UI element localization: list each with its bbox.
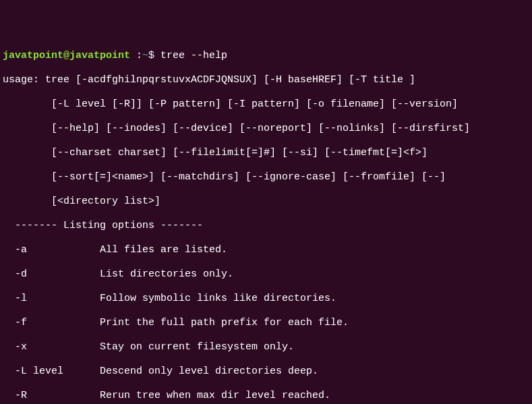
listing-option-f: -f Print the full path prefix for each f…: [3, 317, 529, 329]
prompt-line[interactable]: javatpoint@javatpoint :~$ tree --help: [3, 50, 529, 62]
listing-header: ------- Listing options -------: [3, 220, 529, 232]
prompt-user-host: javatpoint@javatpoint: [3, 50, 130, 61]
usage-line-4: [--sort[=]<name>] [--matchdirs] [--ignor…: [3, 171, 529, 183]
command-text: tree --help: [160, 50, 227, 61]
usage-line-5: [<directory list>]: [3, 196, 529, 208]
prompt-separator: :: [130, 50, 142, 61]
prompt-symbol: $: [148, 50, 160, 61]
usage-line-2: [--help] [--inodes] [--device] [--norepo…: [3, 123, 529, 135]
listing-option-R: -R Rerun tree when max dir level reached…: [3, 390, 529, 402]
usage-line-3: [--charset charset] [--filelimit[=]#] [-…: [3, 147, 529, 159]
usage-line-1: [-L level [-R]] [-P pattern] [-I pattern…: [3, 98, 529, 111]
usage-line-0: usage: tree [-acdfghilnpqrstuvxACDFJQNSU…: [3, 74, 529, 86]
listing-option-l: -l Follow symbolic links like directorie…: [3, 293, 529, 305]
listing-option-x: -x Stay on current filesystem only.: [3, 341, 529, 353]
listing-option-L: -L level Descend only level directories …: [3, 366, 529, 378]
listing-option-d: -d List directories only.: [3, 268, 529, 281]
prompt-path: ~: [142, 50, 148, 61]
listing-option-a: -a All files are listed.: [3, 244, 529, 256]
